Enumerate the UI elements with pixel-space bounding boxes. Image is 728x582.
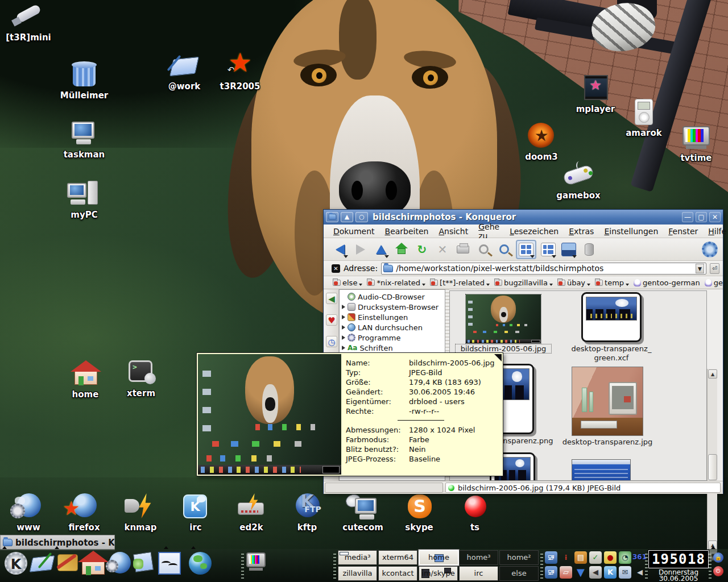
pager-home-active[interactable]: home [419, 550, 459, 566]
bookmark-temp[interactable]: temp [594, 278, 630, 287]
launcher-openoffice[interactable] [157, 551, 182, 577]
close-button[interactable]: ✕ [709, 212, 721, 222]
speaker-tab-icon[interactable]: ◀ [326, 293, 337, 304]
pager-else[interactable]: else [499, 566, 539, 581]
launcher-home[interactable] [80, 551, 105, 577]
desktop-icon-doom3[interactable]: ★ doom3 [514, 123, 569, 162]
menu-dokument[interactable]: Dokument [328, 226, 380, 237]
settings-gear-button[interactable] [701, 241, 718, 258]
file-label[interactable]: bildschirm-2005-06.jpg [456, 344, 551, 353]
tree-item-lan[interactable]: LAN durchsuchen [340, 322, 445, 332]
desktop-icon-mplayer[interactable]: ★ mplayer [568, 75, 623, 114]
tray-wallet-icon[interactable]: ▤ [574, 551, 587, 564]
dock-item-irc[interactable]: K irc [168, 493, 223, 533]
pager-irc[interactable]: irc [459, 566, 498, 581]
bookmark-bugzillavilla[interactable]: bugzillavilla [493, 278, 554, 287]
address-combobox[interactable]: /home/workstation/pixel-werkstatt/bildsc… [381, 263, 706, 275]
pager-kcontact[interactable]: kcontact [378, 566, 417, 581]
image-preview-button[interactable] [560, 241, 577, 258]
desktop-icon-tvtime[interactable]: tvtime [669, 124, 723, 163]
tray-network-monitor-icon[interactable]: 🖳 [545, 551, 557, 564]
applet-handle[interactable] [333, 551, 336, 579]
icon-view-button[interactable] [516, 240, 536, 259]
launcher-packages[interactable] [132, 551, 157, 577]
menu-hilfe[interactable]: Hilfe [703, 226, 728, 237]
tray-volume-icon-2[interactable]: ◀ [634, 566, 646, 579]
go-button[interactable]: ⏎ [710, 263, 719, 274]
pager-xterm64[interactable]: xterm64 [378, 550, 417, 565]
launcher-admin-tools[interactable] [55, 551, 80, 577]
menu-einstellungen[interactable]: Einstellungen [599, 226, 663, 237]
desktop-icon-t3rmini[interactable]: [t3R]mini [1, 3, 56, 43]
pager-home3[interactable]: home³ [459, 550, 498, 565]
up-button[interactable] [373, 241, 390, 258]
pager-media3[interactable]: media³ [338, 550, 377, 565]
expander-icon[interactable] [342, 335, 345, 340]
tree-item-schriften[interactable]: AaSchriften [340, 343, 445, 353]
kmenu-button[interactable]: K [3, 551, 28, 577]
expander-icon[interactable] [342, 346, 345, 350]
tray-mail-icon[interactable]: ✉ [619, 566, 631, 579]
window-menu-icon[interactable] [326, 212, 338, 222]
applet-handle[interactable] [241, 551, 244, 579]
file-label[interactable]: desktop-transparenz_ [561, 344, 661, 353]
tree-item-programme[interactable]: Programme [340, 332, 445, 343]
desktop-icon-mypc[interactable]: myPC [57, 181, 111, 220]
dock-item-cutecom[interactable]: cutecom [336, 493, 390, 533]
bookmark-t-related[interactable]: [t**]-related [429, 278, 491, 287]
desktop-icon-atwork[interactable]: @work [157, 52, 212, 92]
minimize-button[interactable]: — [682, 212, 693, 222]
zoom-in-button[interactable] [495, 241, 512, 258]
desktop-icon-taskman[interactable]: taskman [57, 120, 111, 160]
forward-button[interactable] [352, 241, 369, 258]
tray-volume-icon[interactable]: ◀ [589, 566, 602, 579]
list-view-button[interactable] [540, 241, 557, 258]
tree-item-audio-cd[interactable]: Audio-CD-Browser [340, 292, 445, 302]
tray-kopete-icon[interactable]: K [604, 566, 617, 579]
tray-network-monitor-icon-2[interactable]: 🖳 [545, 566, 557, 579]
tray-timer-icon[interactable]: ◔ [619, 551, 631, 564]
tray-organizer-icon[interactable]: ✓ [589, 551, 602, 564]
menu-extras[interactable]: Extras [564, 226, 599, 237]
file-desktop-transparenz-green-xcf[interactable] [581, 292, 642, 342]
expander-icon[interactable] [342, 325, 345, 330]
panel-date[interactable]: Donnerstag 30.06.2005 [647, 569, 710, 582]
desktop-icon-xterm[interactable]: > xterm [114, 359, 168, 398]
bookmark-gentoo-german[interactable]: gentoo-german [632, 278, 701, 287]
maximize-button[interactable]: ▢ [696, 212, 707, 222]
address-dropdown-button[interactable]: ▼ [696, 264, 704, 273]
expander-icon[interactable] [342, 315, 345, 319]
desktop-icon-muelleimer[interactable]: Mülleimer [57, 61, 111, 101]
scroll-up-button[interactable]: ▲ [708, 369, 717, 379]
menu-ansicht[interactable]: Ansicht [433, 226, 473, 237]
shade-button[interactable]: ▲ [341, 212, 353, 222]
reload-button[interactable]: ↻ [413, 241, 431, 258]
zoom-out-button[interactable] [475, 241, 492, 258]
desktop-icon-home[interactable]: home [58, 360, 113, 400]
desktop-icon-gamebox[interactable]: gamebox [551, 161, 606, 201]
dock-item-skype[interactable]: S skype [392, 493, 446, 533]
print-button[interactable] [454, 241, 471, 258]
bookmark-nix-related[interactable]: *nix-related [366, 278, 427, 287]
dock-item-ed2k[interactable]: ed2k [224, 493, 279, 533]
menu-fenster[interactable]: Fenster [663, 226, 703, 237]
tray-copy-icon[interactable]: ▱ [560, 566, 572, 579]
launcher-desktop-notes[interactable] [30, 551, 55, 577]
menu-bearbeiten[interactable]: Bearbeiten [380, 226, 434, 237]
storage-button[interactable] [581, 241, 598, 258]
menu-lesezeichen[interactable]: Lesezeichen [504, 226, 564, 237]
pager-zillavilla[interactable]: zillavilla [338, 566, 377, 581]
file-label[interactable]: desktop-transparenz.jpg [555, 438, 660, 446]
clear-location-icon[interactable]: ✕ [332, 264, 340, 273]
dock-item-firefox[interactable]: ★ firefox [57, 493, 111, 533]
stop-button[interactable]: ✕ [434, 241, 451, 258]
file-desktop-transparenz-jpg[interactable] [572, 367, 643, 436]
home-button[interactable] [393, 241, 410, 258]
tray-knotes-icon[interactable]: ● [604, 551, 617, 564]
heart-tab-icon[interactable]: ♥ [326, 314, 337, 326]
logout-button[interactable]: ⏻ [713, 566, 723, 576]
tree-item-einstellungen[interactable]: Einstellungen [340, 312, 445, 322]
desktop-icon-t3r2005[interactable]: ★ ↶ t3R2005 [213, 52, 267, 92]
bookmark-else[interactable]: else [332, 278, 363, 287]
window-titlebar[interactable]: ▲ ○ bildschirmphotos - Konqueror — ▢ ✕ [324, 210, 723, 225]
